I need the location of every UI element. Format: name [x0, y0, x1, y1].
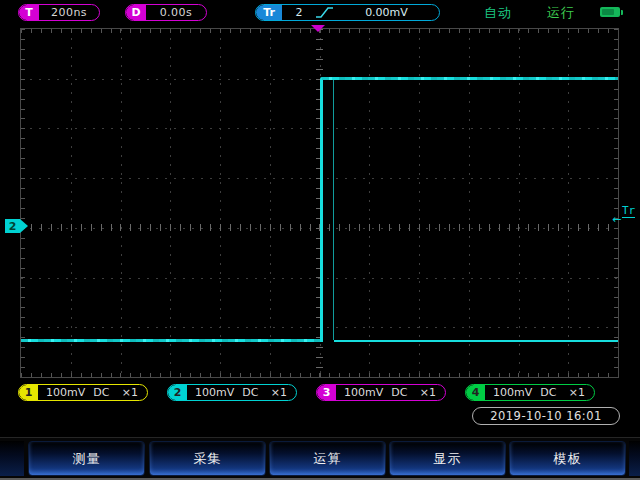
battery-nub: [621, 10, 624, 15]
channel2-marker-arrow-icon: [20, 219, 28, 233]
channel1-coupling: DC: [93, 386, 109, 399]
channel1-probe: ×1: [122, 386, 138, 399]
channel1-number: 1: [19, 385, 38, 400]
channel4-number: 4: [466, 385, 485, 400]
menu-button-acquire[interactable]: 采集: [149, 441, 266, 476]
gridline-vertical: [369, 29, 370, 377]
channel1-scale: 100mV: [46, 386, 85, 399]
delay-value: 0.00s: [146, 6, 206, 19]
trace-rising-edge: [320, 77, 323, 342]
menu-button-measure[interactable]: 测量: [28, 441, 145, 476]
channel2-probe: ×1: [271, 386, 287, 399]
trace-falling-edge-ghost: [333, 79, 334, 340]
battery-fill: [602, 9, 614, 15]
trigger-position-marker[interactable]: [311, 25, 325, 32]
gridline-vertical: [220, 29, 221, 377]
graticule-ticks-right: [614, 29, 618, 377]
gridline-vertical: [419, 29, 420, 377]
trace-low-right-segment: [334, 340, 618, 342]
delay-pill[interactable]: D 0.00s: [125, 4, 207, 21]
menu-left-stub: [0, 441, 24, 476]
channel3-status-pill[interactable]: 3 100mV DC ×1: [316, 384, 446, 401]
graticule: [20, 28, 619, 378]
trace-high-right-segment: [322, 77, 618, 80]
gridline-vertical: [270, 29, 271, 377]
run-status-label[interactable]: 运行: [547, 4, 575, 22]
gridline-vertical: [121, 29, 122, 377]
trigger-level-arrow-icon: ←: [612, 213, 621, 226]
menu-right-stub: [629, 441, 640, 476]
channel1-status-pill[interactable]: 1 100mV DC ×1: [18, 384, 148, 401]
timebase-value: 200ns: [39, 6, 99, 19]
gridline-vertical: [71, 29, 72, 377]
channel3-probe: ×1: [420, 386, 436, 399]
gridline-vertical: [469, 29, 470, 377]
trigger-pill[interactable]: Tr 2 0.00mV: [255, 4, 440, 21]
trigger-level-marker[interactable]: Tr: [622, 204, 635, 218]
delay-label: D: [126, 5, 146, 20]
datetime-display: 2019-10-10 16:01: [472, 407, 620, 425]
rising-edge-icon: [316, 6, 334, 19]
oscilloscope-screen: T 200ns D 0.00s Tr 2 0.00mV 自动 运行 2: [0, 0, 640, 480]
channel2-status-pill[interactable]: 2 100mV DC ×1: [167, 384, 297, 401]
trigger-label: Tr: [256, 5, 282, 20]
trace-low-left-segment: [21, 339, 322, 342]
channel2-level-marker[interactable]: 2: [5, 219, 28, 233]
menu-button-template[interactable]: 模板: [509, 441, 626, 476]
menu-button-display[interactable]: 显示: [389, 441, 506, 476]
trigger-level: 0.00mV: [334, 6, 439, 19]
gridline-vertical: [568, 29, 569, 377]
channel4-scale: 100mV: [493, 386, 532, 399]
channel3-number: 3: [317, 385, 336, 400]
channel3-scale: 100mV: [344, 386, 383, 399]
timebase-label: T: [19, 5, 39, 20]
channel4-probe: ×1: [569, 386, 585, 399]
battery-icon: [600, 7, 620, 17]
channel2-coupling: DC: [242, 386, 258, 399]
timebase-pill[interactable]: T 200ns: [18, 4, 100, 21]
channel2-scale: 100mV: [195, 386, 234, 399]
menu-button-math[interactable]: 运算: [269, 441, 386, 476]
channel4-status-pill[interactable]: 4 100mV DC ×1: [465, 384, 595, 401]
channel2-marker-label: 2: [5, 219, 20, 233]
acquire-mode-label[interactable]: 自动: [484, 4, 512, 22]
trigger-source: 2: [282, 6, 316, 19]
channel2-number: 2: [168, 385, 187, 400]
gridline-vertical: [519, 29, 520, 377]
channel3-coupling: DC: [391, 386, 407, 399]
graticule-ticks-left: [21, 29, 25, 377]
soft-menu-bar: 测量 采集 运算 显示 模板: [0, 437, 640, 480]
gridline-vertical: [170, 29, 171, 377]
channel4-coupling: DC: [540, 386, 556, 399]
